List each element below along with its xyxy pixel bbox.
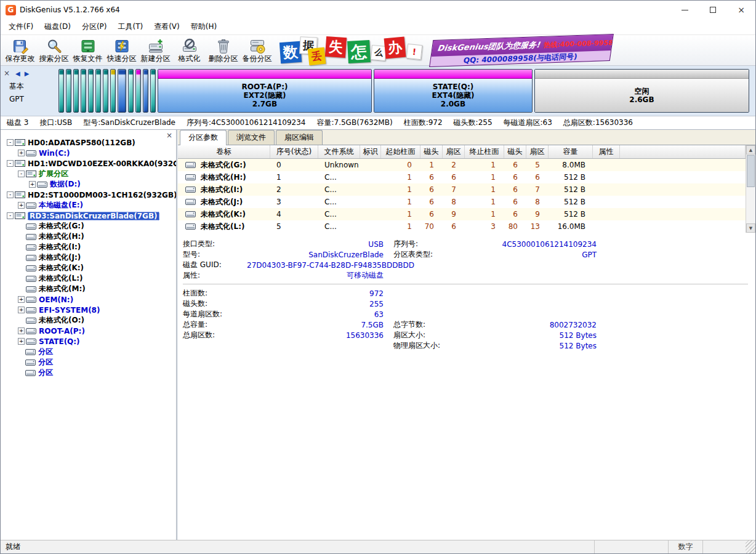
tree-item[interactable]: -扩展分区 [1,169,176,179]
tree-item[interactable]: +STATE(Q:) [1,336,176,347]
tree-item[interactable]: 未格式化(J:) [1,252,176,263]
partition-segment[interactable] [128,69,134,113]
delete-partition-button[interactable]: 删除分区 [206,36,240,65]
partition-segment[interactable] [110,69,116,113]
tree-item[interactable]: +EFI-SYSTEM(8) [1,305,176,315]
partition-segment[interactable] [95,69,101,113]
collapse-icon[interactable]: - [7,212,14,219]
tree-item[interactable]: +ROOT-A(P:) [1,326,176,336]
column-header[interactable]: 容量 [549,145,593,158]
recover-files-button[interactable]: 恢复文件 [71,36,105,65]
expand-icon[interactable]: + [18,202,25,209]
maximize-button[interactable] [699,1,727,19]
menu-item[interactable]: 帮助(H) [185,19,222,34]
expand-icon[interactable]: + [18,307,25,313]
partition-segment[interactable] [103,69,108,113]
expand-icon[interactable]: + [18,296,25,303]
expand-icon[interactable]: + [18,327,25,334]
close-panel-icon[interactable]: × [3,69,10,78]
scroll-thumb[interactable] [747,155,755,187]
tree-item[interactable]: 未格式化(I:) [1,242,176,252]
table-row[interactable]: 未格式化(K:)4C...169169512 B [178,208,746,220]
collapse-icon[interactable]: - [7,191,14,198]
tab-partition-params[interactable]: 分区参数 [180,130,227,145]
menu-item[interactable]: 磁盘(D) [39,19,76,34]
tree-item[interactable]: 分区 [1,357,176,367]
tree-item[interactable]: -HD2:ST1000DM003-1CH162(932GB) [1,190,176,200]
tree-item[interactable]: -HD1:WDCWD10EZEX-00RKKA0(932GB) [1,158,176,169]
expand-icon[interactable]: + [18,150,25,156]
expand-icon[interactable]: + [18,338,25,345]
tree-item[interactable]: +OEM(N:) [1,294,176,305]
column-header[interactable]: 磁头 [420,145,443,158]
column-header[interactable]: 卷标 [178,145,270,158]
tab-browse-files[interactable]: 浏览文件 [228,130,275,145]
menu-item[interactable]: 文件(F) [3,19,39,34]
tree-item[interactable]: -RD3:SanDiskCruzerBlade(7GB) [1,211,176,221]
partition-segment[interactable]: ROOT-A(P:)EXT2(隐藏)2.7GB [158,69,372,113]
collapse-icon[interactable]: - [7,139,14,146]
scroll-down-icon[interactable]: ▼ [746,223,755,233]
column-header[interactable]: 序号(状态) [270,145,318,158]
quick-partition-button[interactable]: 快速分区 [105,36,139,65]
tree-item[interactable]: 未格式化(M:) [1,284,176,294]
format-button[interactable]: 格式化 [172,36,206,65]
view-mode-GPT[interactable]: GPT [3,92,57,103]
tree-item[interactable]: +本地磁盘(E:) [1,200,176,211]
partition-segment[interactable] [118,69,126,113]
column-header[interactable]: 磁头 [504,145,526,158]
column-header[interactable]: 属性 [593,145,620,158]
table-row[interactable]: 未格式化(I:)2C...167167512 B [178,183,746,196]
resize-grip[interactable] [746,540,755,553]
collapse-icon[interactable]: - [7,160,14,167]
table-row[interactable]: 未格式化(H:)1C...166166512 B [178,171,746,183]
free-space-segment[interactable]: 空闲2.6GB [534,69,749,113]
tree-item[interactable]: 未格式化(L:) [1,273,176,284]
tree-item[interactable]: +Win(C:) [1,148,176,158]
scroll-up-icon[interactable]: ▲ [746,145,755,155]
tree-item[interactable]: -HD0:ADATASP580(112GB) [1,137,176,148]
partition-segment[interactable] [143,69,148,113]
table-scrollbar[interactable]: ▲ ▼ [746,145,755,233]
column-header[interactable]: 文件系统 [318,145,360,158]
tree-item[interactable]: 分区 [1,367,176,378]
view-mode-基本[interactable]: 基本 [3,78,57,92]
tree-item[interactable]: 未格式化(K:) [1,263,176,273]
nav-arrows-icon[interactable]: ◀ ▶ [15,70,31,77]
column-header[interactable]: 标识 [360,145,381,158]
partition-segment[interactable] [58,69,64,113]
column-header[interactable]: 终止柱面 [465,145,504,158]
partition-segment[interactable]: STATE(Q:)EXT4(隐藏)2.0GB [374,69,533,113]
new-partition-button[interactable]: 新建分区 [139,36,172,65]
partition-segment[interactable] [135,69,141,113]
save-button[interactable]: 保存更改 [3,36,37,65]
partition-segment[interactable] [81,69,86,113]
column-header[interactable]: 扇区 [526,145,549,158]
table-row[interactable]: 未格式化(L:)5C...17063801316.0MB [178,220,746,233]
search-button[interactable]: 搜索分区 [37,36,71,65]
tab-sector-edit[interactable]: 扇区编辑 [276,130,323,145]
column-header[interactable]: 起始柱面 [381,145,420,158]
partition-segment[interactable] [73,69,79,113]
partition-segment[interactable] [66,69,71,113]
table-row[interactable]: 未格式化(G:)0Unknown0121658.0MB [178,159,746,171]
menu-item[interactable]: 查看(V) [148,19,185,34]
expand-icon[interactable]: + [29,181,36,188]
collapse-icon[interactable]: - [18,171,25,177]
tree-item[interactable]: 分区 [1,347,176,357]
menu-item[interactable]: 工具(T) [112,19,148,34]
scroll-track[interactable] [746,188,755,223]
minimize-button[interactable] [670,1,699,19]
tree-item[interactable]: +数据(D:) [1,179,176,190]
table-row[interactable]: 未格式化(J:)3C...168168512 B [178,196,746,208]
close-button[interactable]: × [727,1,755,19]
close-tree-icon[interactable]: × [166,131,172,140]
tree-item[interactable]: 未格式化(G:) [1,221,176,231]
backup-partition-button[interactable]: 备份分区 [240,36,274,65]
partition-segment[interactable] [150,69,156,113]
partition-segment[interactable] [88,69,94,113]
tree-item[interactable]: 未格式化(O:) [1,315,176,326]
tree-item[interactable]: 未格式化(H:) [1,231,176,242]
menu-item[interactable]: 分区(P) [76,19,113,34]
column-header[interactable]: 扇区 [443,145,465,158]
